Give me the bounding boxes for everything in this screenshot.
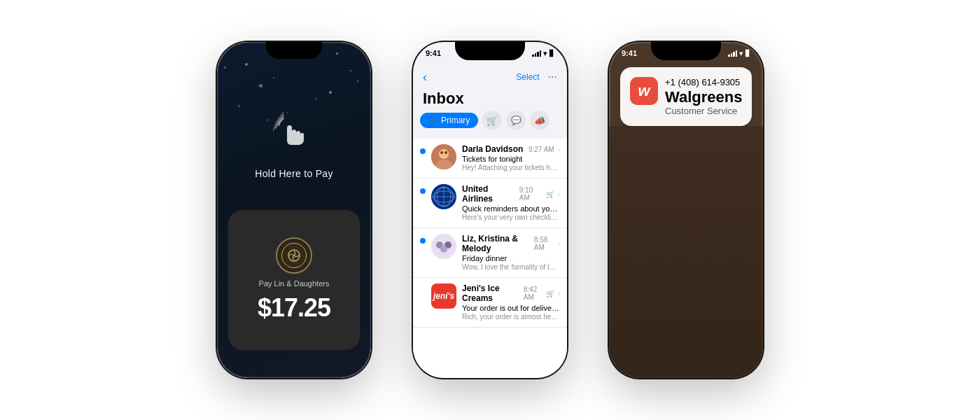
unread-dot bbox=[420, 238, 426, 244]
sender-group: Liz, Kristina & Melody bbox=[462, 234, 534, 253]
walgreens-department: Customer Service bbox=[665, 106, 742, 116]
tab-promo[interactable]: 📣 bbox=[530, 111, 550, 130]
preview-united: Here's your very own checklist with what… bbox=[462, 213, 560, 222]
walgreens-wifi-icon: ▾ bbox=[739, 49, 743, 58]
merchant-logo-inner bbox=[281, 243, 307, 268]
shopping-cart-icon: 🛒 bbox=[486, 115, 498, 126]
svg-point-14 bbox=[440, 246, 447, 253]
tab-chat[interactable]: 💬 bbox=[506, 111, 526, 130]
subject-group: Friday dinner bbox=[462, 254, 560, 262]
svg-point-6 bbox=[431, 184, 456, 209]
battery-icon: ▊ bbox=[550, 50, 554, 57]
svg-point-7 bbox=[437, 187, 451, 206]
walgreens-battery-icon: ▊ bbox=[746, 50, 750, 57]
mail-clock: 9:41 bbox=[426, 49, 441, 57]
avatar-darla bbox=[431, 144, 456, 169]
notch-pay bbox=[266, 42, 322, 59]
unread-dot bbox=[420, 188, 426, 194]
avatar-united bbox=[431, 184, 456, 209]
info-icon[interactable]: i bbox=[738, 69, 752, 85]
preview-group: Wow, I love the formality of this invite… bbox=[462, 262, 560, 272]
subject-united: Quick reminders about your upcoming… bbox=[462, 204, 560, 213]
hold-to-pay-label: Hold Here to Pay bbox=[217, 168, 371, 179]
walgreens-top-row: w +1 (408) 614-9305 Walgreens Customer S… bbox=[630, 77, 742, 116]
nav-actions: Select ··· bbox=[516, 71, 557, 83]
walgreens-status-icons: ▾ ▊ bbox=[728, 49, 750, 58]
walgreens-info: +1 (408) 614-9305 Walgreens Customer Ser… bbox=[665, 77, 742, 116]
mail-list: Darla Davidson 9:27 AM › Tickets for ton… bbox=[413, 139, 567, 378]
notch-mail bbox=[455, 42, 525, 60]
svg-text:i: i bbox=[744, 71, 746, 80]
mail-item-darla[interactable]: Darla Davidson 9:27 AM › Tickets for ton… bbox=[413, 139, 567, 178]
wifi-icon: ▾ bbox=[543, 49, 547, 58]
svg-rect-15 bbox=[625, 70, 631, 78]
preview-darla: Hey! Attaching your tickets here in case… bbox=[462, 163, 560, 172]
mail-tabs: 👤 Primary 🛒 💬 📣 bbox=[420, 109, 560, 132]
svg-point-5 bbox=[444, 151, 447, 154]
walgreens-signal-icon bbox=[728, 50, 737, 57]
subject-jenis: Your order is out for delivery! bbox=[462, 304, 560, 312]
mail-content-jenis: Jeni's Ice Creams 8:42 AM 🛒 › Your order… bbox=[462, 284, 560, 321]
mail-content-darla: Darla Davidson 9:27 AM › Tickets for ton… bbox=[462, 144, 560, 172]
tab-primary-label: Primary bbox=[441, 115, 470, 125]
tab-primary[interactable]: 👤 Primary bbox=[420, 113, 478, 128]
walgreens-w-letter: w bbox=[638, 82, 650, 100]
mail-status-icons: ▾ ▊ bbox=[532, 49, 554, 58]
chat-icon: 💬 bbox=[511, 115, 522, 125]
time-group: 8:58 AM › bbox=[534, 236, 560, 251]
svg-point-4 bbox=[440, 151, 443, 154]
walgreens-mic-icon bbox=[620, 69, 636, 87]
avatar-jenis: jeni's bbox=[431, 284, 456, 309]
nfc-icon bbox=[270, 105, 318, 154]
phone-walgreens-notification: 9:41 ▾ ▊ i w bbox=[609, 42, 763, 378]
walgreens-company-name: Walgreens bbox=[665, 89, 742, 106]
shop-badge-jenis: 🛒 bbox=[546, 290, 554, 298]
time-jenis: 8:42 AM 🛒 › bbox=[524, 286, 560, 301]
walgreens-phone-number: +1 (408) 614-9305 bbox=[665, 77, 742, 88]
chevron-icon: › bbox=[558, 146, 560, 153]
person-icon: 👤 bbox=[428, 116, 438, 125]
chevron-icon: › bbox=[558, 190, 560, 198]
mail-item-jenis[interactable]: jeni's Jeni's Ice Creams 8:42 AM 🛒 › You… bbox=[413, 278, 567, 328]
chevron-icon: › bbox=[558, 290, 560, 298]
back-button[interactable]: ‹ bbox=[423, 70, 427, 85]
more-options-button[interactable]: ··· bbox=[548, 71, 557, 83]
select-button[interactable]: Select bbox=[516, 72, 539, 82]
pay-amount: $17.25 bbox=[258, 293, 330, 323]
pay-card: Pay Lin & Daughters $17.25 bbox=[228, 210, 360, 350]
svg-point-8 bbox=[433, 191, 455, 202]
avatar-group bbox=[431, 234, 456, 259]
walgreens-bg-texture bbox=[609, 126, 763, 378]
walgreens-clock: 9:41 bbox=[622, 49, 637, 57]
phone-apple-pay: Hold Here to Pay Pay Lin & Daughters $17… bbox=[217, 42, 371, 378]
shop-badge: 🛒 bbox=[546, 190, 554, 198]
sender-darla: Darla Davidson bbox=[462, 144, 523, 154]
tab-shopping[interactable]: 🛒 bbox=[482, 111, 502, 130]
subject-darla: Tickets for tonight bbox=[462, 155, 560, 163]
preview-jenis: Rich, your order is almost here. The ite… bbox=[462, 312, 560, 321]
inbox-title: Inbox bbox=[423, 90, 464, 108]
sender-jenis: Jeni's Ice Creams bbox=[462, 284, 524, 303]
promo-icon: 📣 bbox=[534, 115, 545, 126]
signal-icon bbox=[532, 50, 541, 57]
mail-content-united: United Airlines 9:10 AM 🛒 › Quick remind… bbox=[462, 184, 560, 222]
mail-content-group: Liz, Kristina & Melody 8:58 AM › Friday … bbox=[462, 234, 560, 272]
mail-nav-bar: ‹ Select ··· bbox=[413, 64, 567, 90]
mail-item-united[interactable]: United Airlines 9:10 AM 🛒 › Quick remind… bbox=[413, 178, 567, 228]
time-darla: 9:27 AM › bbox=[528, 146, 560, 153]
merchant-name: Pay Lin & Daughters bbox=[259, 279, 330, 288]
walgreens-notification-card: w +1 (408) 614-9305 Walgreens Customer S… bbox=[620, 67, 752, 126]
chevron-icon: › bbox=[558, 240, 560, 248]
phone-mail-inbox: 9:41 ▾ ▊ ‹ Select ··· Inbox 👤 Primary 🛒 bbox=[413, 42, 567, 378]
merchant-logo bbox=[276, 237, 312, 274]
mail-item-group[interactable]: Liz, Kristina & Melody 8:58 AM › Friday … bbox=[413, 228, 567, 278]
notch-walgreens bbox=[651, 42, 721, 60]
unread-dot bbox=[420, 148, 426, 154]
svg-point-2 bbox=[439, 149, 449, 159]
time-united: 9:10 AM 🛒 › bbox=[519, 186, 560, 202]
sender-united: United Airlines bbox=[462, 184, 519, 204]
